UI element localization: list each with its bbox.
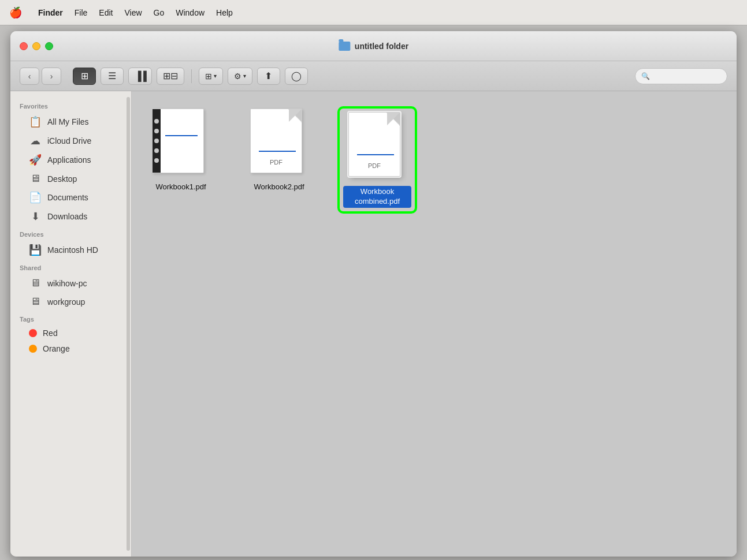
menubar-window[interactable]: Window [176, 8, 205, 17]
finder-window: untitled folder ‹ › ⊞ ☰ ▐▐ ⊞⊟ ⊞ ▾ ⚙ ▾ ⬆ … [10, 31, 737, 557]
sidebar-item-downloads[interactable]: ⬇ Downloads [13, 207, 129, 226]
window-title-area: untitled folder [339, 42, 408, 51]
workbook2-label-line [259, 151, 296, 152]
maximize-button[interactable] [45, 42, 53, 50]
menubar-edit[interactable]: Edit [99, 8, 113, 17]
combined-line [357, 154, 394, 155]
notebook-line [165, 135, 198, 136]
group-icon: ⊞ [205, 72, 212, 81]
toolbar: ‹ › ⊞ ☰ ▐▐ ⊞⊟ ⊞ ▾ ⚙ ▾ ⬆ ◯ 🔍 [10, 61, 737, 91]
sidebar: Favorites 📋 All My Files ☁ iCloud Drive … [10, 91, 132, 557]
workbook2-filename: Workbook2.pdf [254, 182, 304, 192]
sidebar-label-desktop: Desktop [47, 174, 77, 184]
sidebar-item-all-my-files[interactable]: 📋 All My Files [13, 113, 129, 131]
shared-section-label: Shared [10, 260, 131, 274]
sidebar-item-orange-tag[interactable]: Orange [13, 341, 129, 356]
file-workbook2[interactable]: PDF Workbook2.pdf [241, 109, 317, 192]
tags-section-label: Tags [10, 311, 131, 325]
workbook1-filename: Workbook1.pdf [155, 182, 206, 192]
favorites-section-label: Favorites [10, 98, 131, 112]
combined-type-label: PDF [349, 162, 400, 169]
group-button[interactable]: ⊞ ▾ [199, 68, 223, 85]
share-button[interactable]: ⬆ [257, 68, 280, 85]
file-workbook-combined[interactable]: PDF Workbook combined.pdf [340, 109, 415, 211]
file-workbook1[interactable]: Workbook1.pdf [143, 109, 218, 192]
sidebar-label-orange-tag: Orange [43, 344, 70, 353]
macintosh-hd-icon: 💾 [29, 244, 42, 256]
menubar: 🍎 Finder File Edit View Go Window Help [0, 0, 747, 25]
traffic-lights [20, 42, 53, 50]
menubar-go[interactable]: Go [154, 8, 165, 17]
sidebar-label-macintosh-hd: Macintosh HD [47, 245, 98, 255]
sidebar-item-macintosh-hd[interactable]: 💾 Macintosh HD [13, 241, 129, 259]
sidebar-item-applications[interactable]: 🚀 Applications [13, 151, 129, 169]
sidebar-item-red-tag[interactable]: Red [13, 326, 129, 341]
workbook-combined-filename: Workbook combined.pdf [343, 186, 411, 208]
titlebar: untitled folder [10, 31, 737, 61]
icloud-icon: ☁ [29, 135, 42, 147]
gear-button[interactable]: ⚙ ▾ [228, 68, 252, 85]
applications-icon: 🚀 [29, 154, 42, 166]
notebook-doc-workbook1 [152, 109, 204, 173]
sidebar-label-wikihow-pc: wikihow-pc [47, 279, 87, 288]
wikihow-pc-icon: 🖥 [29, 277, 42, 289]
sidebar-scrollbar[interactable] [127, 97, 130, 551]
workbook2-icon: PDF [250, 109, 308, 178]
search-icon: 🔍 [641, 72, 650, 80]
spine-hole-4 [154, 148, 159, 153]
corner-fold-workbook2 [289, 109, 302, 122]
spine-hole-3 [154, 139, 159, 143]
close-button[interactable] [20, 42, 28, 50]
menubar-help[interactable]: Help [216, 8, 233, 17]
spine-hole-2 [154, 129, 159, 133]
tag-icon: ◯ [291, 70, 302, 81]
documents-icon: 📄 [29, 191, 42, 204]
menubar-file[interactable]: File [75, 8, 88, 17]
search-box[interactable]: 🔍 [635, 68, 727, 84]
gear-chevron: ▾ [243, 73, 246, 79]
apple-menu[interactable]: 🍎 [9, 6, 22, 19]
back-button[interactable]: ‹ [20, 68, 39, 85]
sidebar-label-icloud-drive: iCloud Drive [47, 136, 91, 145]
sidebar-item-documents[interactable]: 📄 Documents [13, 188, 129, 207]
orange-tag-dot [29, 345, 37, 353]
sidebar-label-documents: Documents [47, 193, 88, 202]
corner-fold-workbook1 [191, 109, 203, 122]
icon-view-button[interactable]: ⊞ [73, 68, 96, 85]
sidebar-item-wikihow-pc[interactable]: 🖥 wikihow-pc [13, 274, 129, 292]
gear-icon: ⚙ [234, 72, 241, 81]
window-title: untitled folder [355, 42, 408, 51]
pdf-doc-workbook2: PDF [250, 109, 302, 173]
forward-button[interactable]: › [42, 68, 61, 85]
sidebar-item-icloud-drive[interactable]: ☁ iCloud Drive [13, 132, 129, 150]
toolbar-separator-1 [191, 69, 192, 83]
share-icon: ⬆ [265, 70, 272, 81]
sidebar-item-desktop[interactable]: 🖥 Desktop [13, 170, 129, 188]
sidebar-label-downloads: Downloads [47, 212, 87, 221]
notebook-spine [153, 109, 161, 173]
minimize-button[interactable] [32, 42, 40, 50]
sidebar-item-workgroup[interactable]: 🖥 workgroup [13, 293, 129, 311]
folder-icon [339, 42, 350, 51]
column-view-button[interactable]: ▐▐ [128, 68, 152, 85]
desktop-icon: 🖥 [29, 173, 42, 185]
gallery-view-button[interactable]: ⊞⊟ [157, 68, 184, 85]
workbook2-type-label: PDF [251, 159, 302, 166]
sidebar-label-applications: Applications [47, 155, 91, 165]
sidebar-label-all-my-files: All My Files [47, 117, 89, 126]
tag-button[interactable]: ◯ [285, 68, 308, 85]
nav-buttons: ‹ › [20, 68, 61, 85]
workbook-combined-icon: PDF [348, 112, 406, 181]
all-my-files-icon: 📋 [29, 115, 42, 128]
devices-section-label: Devices [10, 226, 131, 240]
sidebar-label-workgroup: workgroup [47, 297, 85, 307]
menubar-view[interactable]: View [124, 8, 142, 17]
downloads-icon: ⬇ [29, 210, 42, 223]
workgroup-icon: 🖥 [29, 296, 42, 308]
content-area: Favorites 📋 All My Files ☁ iCloud Drive … [10, 91, 737, 557]
red-tag-dot [29, 329, 37, 337]
menubar-finder[interactable]: Finder [38, 8, 63, 17]
list-view-button[interactable]: ☰ [101, 68, 124, 85]
group-chevron: ▾ [214, 73, 217, 79]
pdf-doc-combined: PDF [348, 112, 400, 177]
